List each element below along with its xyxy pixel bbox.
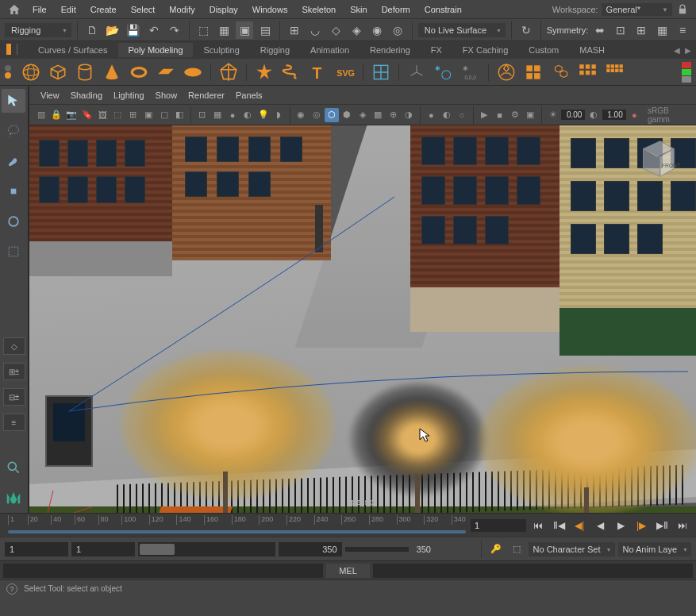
pt-sphere3-icon[interactable]: ○ (455, 108, 468, 122)
menu-file[interactable]: File (25, 5, 54, 14)
pt-xray-joints-icon[interactable]: ⬡ (325, 108, 338, 122)
poly-type-icon[interactable]: T (306, 60, 330, 84)
menu-create[interactable]: Create (83, 5, 124, 14)
sym-obj-icon[interactable]: ⊡ (612, 21, 629, 39)
pt-lights-icon[interactable]: 💡 (256, 108, 270, 122)
step-back-icon[interactable]: Ⅱ◀ (550, 518, 567, 533)
save-scene-icon[interactable]: 💾 (125, 21, 142, 39)
gamma-value[interactable]: 1.00 (602, 110, 626, 120)
menu-display[interactable]: Display (202, 5, 245, 14)
pt-exposure-icon[interactable]: ☀ (546, 108, 559, 122)
viewcube[interactable]: FRONT (634, 135, 680, 181)
pt-lock-cam-icon[interactable]: 🔒 (49, 108, 63, 122)
pt-gamma-icon[interactable]: ◐ (586, 108, 600, 122)
poly-sphere-icon[interactable] (19, 60, 43, 84)
tab-poly[interactable]: Poly Modeling (118, 43, 192, 57)
grid4-icon[interactable] (602, 60, 626, 84)
snap-icon[interactable]: ✱ (432, 60, 456, 84)
poly-helix-icon[interactable] (279, 60, 303, 84)
menu-select[interactable]: Select (124, 5, 163, 14)
maya-logo-icon[interactable] (2, 486, 25, 510)
home-icon[interactable] (8, 3, 21, 16)
tab-mash[interactable]: MASH (570, 43, 614, 57)
select-tool[interactable] (2, 89, 25, 113)
grid3-icon[interactable] (575, 60, 599, 84)
redo-icon[interactable]: ↷ (166, 21, 183, 39)
select-hierarchy-icon[interactable]: ⬚ (195, 21, 213, 39)
snap-projected-icon[interactable]: ◈ (348, 21, 365, 39)
tab-render[interactable]: Rendering (360, 43, 420, 57)
panel-shading[interactable]: Shading (71, 90, 102, 100)
pt-sphere2-icon[interactable]: ◐ (440, 108, 453, 122)
axis-icon[interactable] (405, 60, 429, 84)
tab-rigging[interactable]: Rigging (251, 43, 299, 57)
pt-ssao-icon[interactable]: ◑ (402, 108, 415, 122)
mel-label[interactable]: MEL (326, 564, 370, 578)
poly-platonic-icon[interactable] (217, 60, 240, 84)
pt-wireframe-icon[interactable]: ▦ (210, 108, 224, 122)
paint-select-tool[interactable] (2, 149, 25, 173)
pt-ipr-icon[interactable]: ■ (493, 108, 506, 122)
pt-xray-active-icon[interactable]: ⬢ (340, 108, 354, 122)
menu-edit[interactable]: Edit (54, 5, 83, 14)
panel-lighting[interactable]: Lighting (113, 90, 144, 100)
move-tool[interactable] (2, 179, 25, 203)
pt-camera-icon[interactable]: 📷 (65, 108, 79, 122)
pt-bookmark-icon[interactable]: 🔖 (80, 108, 94, 122)
search-icon[interactable] (2, 456, 25, 479)
pt-2d-icon[interactable]: ⬚ (111, 108, 125, 122)
anim-start-input[interactable]: 1 (71, 542, 135, 556)
play-back-icon[interactable]: ◀ (591, 518, 609, 533)
panel-panels[interactable]: Panels (236, 90, 263, 100)
pt-textured-icon[interactable]: ◐ (241, 108, 255, 122)
quad-icon[interactable] (521, 60, 545, 84)
anim-layer-dropdown[interactable]: No Anim Laye (618, 542, 691, 556)
outliner-toggle-icon[interactable]: ≡ (3, 414, 25, 431)
colorspace-label[interactable]: sRGB gamm (648, 106, 691, 124)
panel-show[interactable]: Show (156, 90, 178, 100)
time-scrollbar[interactable] (8, 530, 466, 533)
shelf-editor-icon[interactable] (5, 65, 11, 79)
character-set-dropdown[interactable]: No Character Set (529, 542, 615, 556)
tab-fx[interactable]: FX (421, 43, 452, 57)
autokey-icon[interactable]: ⬚ (508, 544, 525, 554)
cubes-icon[interactable] (548, 60, 572, 84)
tab-curves[interactable]: Curves / Surfaces (29, 43, 117, 57)
mode-dropdown[interactable]: Rigging (5, 23, 71, 37)
poly-torus-icon[interactable] (127, 60, 151, 84)
tab-custom[interactable]: Custom (519, 43, 568, 57)
menu-modify[interactable]: Modify (162, 5, 202, 14)
pt-motion-icon[interactable]: ⊕ (386, 108, 400, 122)
sym-world-icon[interactable]: ⊞ (633, 21, 650, 39)
step-fwd-icon[interactable]: ▶Ⅱ (653, 518, 671, 533)
sym-layer-icon[interactable]: ≡ (674, 21, 691, 39)
key-fwd-icon[interactable]: |▶ (633, 518, 650, 533)
workspace-dropdown[interactable]: General* (602, 3, 672, 16)
poly-cube-icon[interactable] (46, 60, 70, 84)
tab-fxcache[interactable]: FX Caching (453, 43, 517, 57)
menu-deform[interactable]: Deform (375, 5, 417, 14)
help-icon[interactable]: ? (6, 583, 17, 595)
poly-svg-icon[interactable]: SVG (333, 60, 357, 84)
pt-res-gate-icon[interactable]: ▢ (157, 108, 171, 122)
scale-tool[interactable] (2, 240, 25, 264)
pt-sphere1-icon[interactable]: ● (425, 108, 438, 122)
pt-safe-icon[interactable]: ⊡ (195, 108, 209, 122)
play-fwd-icon[interactable]: ▶ (612, 518, 629, 533)
select-component-icon[interactable]: ▣ (236, 21, 253, 39)
exposure-value[interactable]: 0.00 (561, 110, 585, 120)
pt-render-set-icon[interactable]: ⚙ (508, 108, 521, 122)
command-input-right[interactable] (373, 564, 693, 578)
shelf-color-swatches[interactable] (682, 62, 691, 83)
pt-shadows-icon[interactable]: ◗ (271, 108, 285, 122)
pt-grid-icon[interactable]: ⊞ (126, 108, 140, 122)
menu-skin[interactable]: Skin (343, 5, 374, 14)
undo-icon[interactable]: ↶ (145, 21, 163, 39)
rotate-tool[interactable] (2, 210, 25, 233)
sym-axis-icon[interactable]: ⬌ (591, 21, 609, 39)
set-key-icon[interactable]: 🔑 (487, 544, 505, 554)
panel-renderer[interactable]: Renderer (188, 90, 225, 100)
pt-render-view-icon[interactable]: ▣ (524, 108, 537, 122)
pt-select-cam-icon[interactable]: ▥ (34, 108, 48, 122)
command-input-left[interactable] (3, 564, 323, 578)
